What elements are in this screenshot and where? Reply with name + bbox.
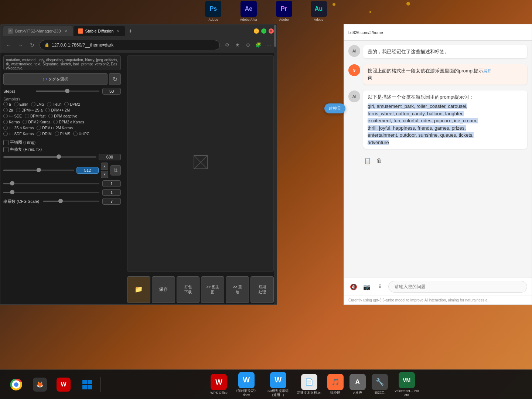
- cfg-scale-value[interactable]: 7: [102, 198, 121, 205]
- taskbar-chrome-icon[interactable]: [7, 376, 25, 393]
- bookmark-icon[interactable]: ★: [233, 41, 242, 50]
- steps-slider-thumb[interactable]: [65, 89, 69, 93]
- minimize-button[interactable]: －: [254, 28, 259, 34]
- reader-icon[interactable]: ⚙: [223, 41, 232, 50]
- taskbar-docx1[interactable]: W 《何对面朵花》.docx: [233, 372, 259, 397]
- sampler-option-pp2mkarras[interactable]: DPM++ 2M Karras: [37, 126, 73, 130]
- hires-fix-checkbox-box[interactable]: [3, 147, 8, 152]
- radio-pp2mk[interactable]: [37, 126, 41, 130]
- radio-plms[interactable]: [55, 132, 59, 136]
- mic-button[interactable]: 🎙: [375, 282, 385, 292]
- radio-dpmpp2sa[interactable]: [16, 108, 20, 112]
- radio-dpm2k[interactable]: [23, 120, 27, 124]
- steps-slider[interactable]: [36, 91, 99, 92]
- cfg-scale-slider[interactable]: [43, 201, 99, 202]
- radio-pp2sak[interactable]: [3, 126, 8, 130]
- batch-size-slider[interactable]: [3, 192, 99, 193]
- sampler-option-heun[interactable]: Heun: [47, 102, 61, 106]
- premiere-icon[interactable]: Pr: [276, 1, 292, 17]
- radio-ppsde[interactable]: [3, 114, 8, 118]
- radio-dpm2ak[interactable]: [53, 120, 58, 124]
- tab-stable-diffusion[interactable]: Stable Diffusion ✕: [74, 26, 126, 36]
- sampler-option-euler[interactable]: Euler: [14, 102, 28, 106]
- sampler-option-dpmpp2sa[interactable]: DPM++ 2S a: [16, 108, 42, 112]
- copy-action-icon[interactable]: 📋: [363, 156, 372, 165]
- sampler-option-dpm-adaptive[interactable]: DPM adaptive: [48, 114, 77, 118]
- batch-size-value[interactable]: 1: [102, 189, 121, 196]
- taskbar-wps-office[interactable]: W WPS Office: [210, 374, 227, 395]
- taskbar-voicemeeter[interactable]: VM Voicemeet... Potato: [394, 372, 420, 397]
- tab-bert-vits2[interactable]: B Bert-VITS2-Manager-230 ✕: [3, 26, 73, 36]
- width-slider-thumb[interactable]: [57, 154, 61, 159]
- sampler-option-dpmpp2m[interactable]: DPM++ 2M: [45, 108, 70, 112]
- radio-lms[interactable]: [31, 102, 35, 106]
- sampler-option-dpm-fast[interactable]: DPM fast: [25, 114, 45, 118]
- expand-link-2[interactable]: 展开: [483, 69, 491, 73]
- swap-dimensions-button[interactable]: ⇅: [110, 165, 121, 175]
- chat-input[interactable]: [388, 281, 527, 293]
- radio-karras[interactable]: [3, 120, 8, 124]
- sampler-option-2a[interactable]: 2a: [3, 108, 13, 112]
- radio-2a[interactable]: [3, 108, 8, 112]
- tiling-checkbox-box[interactable]: [3, 140, 8, 145]
- steps-value[interactable]: 50: [102, 88, 121, 95]
- tag-selector-button[interactable]: 🏷 タグを選択: [3, 73, 108, 85]
- batch-count-value[interactable]: 1: [102, 180, 121, 187]
- tiling-checkbox[interactable]: 平铺图 (Tiling): [3, 140, 121, 145]
- refresh-button[interactable]: ↻: [28, 41, 37, 50]
- back-button[interactable]: ←: [4, 41, 13, 50]
- sampler-option-karras[interactable]: Karras: [3, 120, 20, 124]
- url-bar[interactable]: 🔒 127.0.0.1:7860/?__theme=dark: [40, 40, 220, 50]
- maximize-button[interactable]: □: [261, 28, 266, 34]
- repaint-button[interactable]: >> 重绘: [226, 276, 249, 303]
- aftereffects-icon[interactable]: Ae: [241, 1, 257, 17]
- sampler-option-ddim[interactable]: DDIM: [37, 132, 52, 136]
- close-button[interactable]: ✕: [269, 28, 274, 34]
- taskbar-wps-small-icon[interactable]: W: [55, 376, 72, 393]
- taskbar-docx2[interactable]: W SD模型提示词（通用...）: [265, 372, 291, 397]
- postprocess-button[interactable]: 后期处理: [250, 276, 274, 303]
- forward-button[interactable]: →: [16, 41, 25, 50]
- width-value[interactable]: 600: [99, 154, 121, 160]
- sampler-option-unipc[interactable]: UniPC: [73, 132, 89, 136]
- sampler-option-pp2sakarras[interactable]: ++ 2S a Karras: [3, 126, 34, 130]
- sampler-option-dpm2[interactable]: DPM2: [64, 102, 80, 106]
- height-slider[interactable]: [3, 170, 74, 171]
- chat-messages-area[interactable]: AI 是的，我已经记住了这些描述和标签。 9 按照上面的格式出一段女孩在游乐园里…: [344, 41, 532, 277]
- taskbar-app2-icon[interactable]: 🦊: [31, 376, 49, 393]
- right-panel-scrollbar[interactable]: [274, 52, 277, 304]
- batch-count-thumb[interactable]: [10, 181, 14, 185]
- audition-icon[interactable]: Au: [311, 1, 327, 17]
- sampler-option-plms[interactable]: PLMS: [55, 132, 70, 136]
- radio-ppsdek[interactable]: [3, 132, 8, 136]
- radio-euler[interactable]: [14, 102, 18, 106]
- hires-fix-checkbox[interactable]: 率修复 (Hires. fix): [3, 147, 121, 152]
- width-slider[interactable]: [3, 156, 96, 158]
- radio-dpmpp2m[interactable]: [45, 108, 50, 112]
- tag-refresh-button[interactable]: ↻: [109, 73, 121, 85]
- folder-button[interactable]: 📁: [127, 276, 150, 303]
- speaker-button[interactable]: 🔇: [348, 282, 359, 292]
- radio-dpmfast[interactable]: [25, 114, 29, 118]
- sampler-option-ppsdekarras[interactable]: ++ SDE Karras: [3, 132, 34, 136]
- taskbar-app-m1[interactable]: 🎵 磁控码: [327, 374, 344, 395]
- taskbar-txt-file[interactable]: 📄 新建文本文档.txt: [297, 374, 321, 395]
- camera-button[interactable]: 📷: [362, 282, 372, 292]
- height-slider-thumb[interactable]: [37, 168, 41, 172]
- height-up[interactable]: ▲: [101, 163, 108, 170]
- extensions-icon[interactable]: 🧩: [254, 41, 263, 50]
- quick-chat-button[interactable]: 建聊天: [324, 103, 345, 113]
- sampler-option-dpm2akarras[interactable]: DPM2 a Karras: [53, 120, 84, 124]
- pack-download-button[interactable]: 打包下载: [177, 276, 200, 303]
- collections-icon[interactable]: ⊕: [243, 41, 252, 50]
- batch-count-slider[interactable]: [3, 183, 99, 184]
- radio-ddim[interactable]: [37, 132, 41, 136]
- tab2-close[interactable]: ✕: [116, 28, 121, 34]
- photoshop-icon[interactable]: Ps: [205, 1, 221, 17]
- radio-dpm2[interactable]: [64, 102, 69, 106]
- height-down[interactable]: ▼: [101, 171, 108, 178]
- negative-prompt-text[interactable]: mutation, mutated, ugly, disgusting, amp…: [3, 55, 121, 70]
- taskbar-app-m2[interactable]: 🔧 磁武工: [372, 374, 388, 395]
- sampler-option-pplusplus-sde[interactable]: ++ SDE: [3, 114, 22, 118]
- taskbar-app-a[interactable]: A A换声: [349, 374, 366, 395]
